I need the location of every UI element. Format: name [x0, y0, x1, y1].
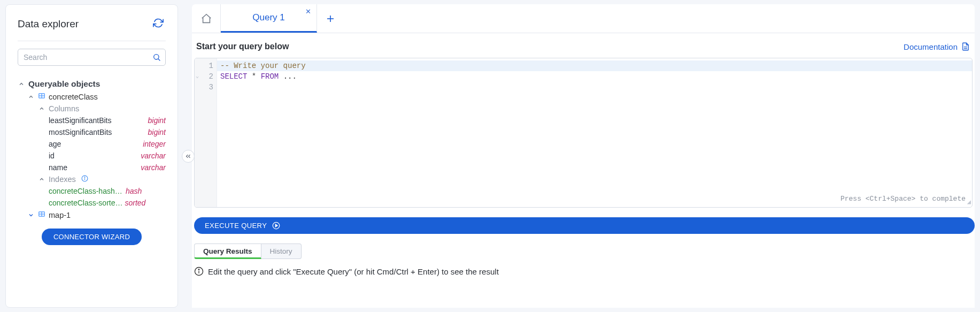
search-input-wrap[interactable] — [18, 49, 166, 66]
chevron-down-icon — [18, 81, 25, 87]
sidebar-collapse-handle[interactable] — [182, 150, 195, 163]
table-icon — [38, 92, 45, 101]
resize-handle[interactable]: ◢ — [967, 198, 971, 206]
queryable-objects-node[interactable]: Queryable objects — [18, 78, 166, 90]
document-icon — [961, 42, 970, 51]
queryable-objects-label: Queryable objects — [28, 79, 100, 89]
columns-label: Columns — [49, 104, 79, 113]
refresh-icon — [153, 18, 164, 28]
columns-node[interactable]: Columns — [18, 103, 166, 115]
play-icon — [272, 222, 280, 230]
tab-label: Query 1 — [252, 12, 284, 23]
info-icon[interactable] — [81, 175, 88, 184]
search-icon — [152, 53, 161, 62]
query-header: Start your query below — [196, 42, 289, 51]
results-placeholder: Edit the query and click "Execute Query"… — [194, 267, 975, 276]
home-tab[interactable] — [192, 4, 221, 33]
connector-wizard-button[interactable]: CONNECTOR WIZARD — [42, 229, 142, 245]
home-icon — [200, 13, 212, 25]
chevron-down-icon — [27, 94, 35, 100]
editor-hint: Press <Ctrl+Space> to complete — [840, 195, 966, 203]
svg-line-1 — [158, 59, 160, 60]
chevron-down-icon — [38, 176, 45, 182]
fold-icon[interactable]: ⌄ — [196, 71, 199, 82]
svg-point-19 — [198, 269, 199, 270]
svg-point-7 — [84, 177, 85, 178]
object-node-concreteClass[interactable]: concreteClass — [18, 90, 166, 103]
index-row[interactable]: concreteClass-hash, n…hash — [18, 185, 166, 197]
chevron-down-icon — [38, 105, 45, 112]
refresh-button[interactable] — [151, 16, 166, 32]
object-tree: Queryable objects concreteClass Columns … — [18, 78, 166, 221]
code-editor[interactable]: 1 ⌄2 3 -- Write your query SELECT * FROM… — [194, 58, 973, 208]
editor-gutter: 1 ⌄2 3 — [195, 58, 217, 207]
object-name: map-1 — [49, 211, 71, 219]
tab-query-results[interactable]: Query Results — [194, 243, 261, 259]
column-row[interactable]: ageinteger — [18, 138, 166, 150]
add-tab-button[interactable] — [317, 4, 344, 33]
documentation-link[interactable]: Documentation — [904, 42, 970, 51]
execute-query-button[interactable]: EXECUTE QUERY — [194, 217, 975, 234]
index-row[interactable]: concreteClass-sorte…sorted — [18, 197, 166, 209]
column-row[interactable]: mostSignificantBitsbigint — [18, 126, 166, 138]
data-explorer-sidebar: Data explorer Queryable objects — [5, 4, 178, 308]
object-name: concreteClass — [49, 93, 98, 101]
info-icon — [194, 267, 204, 276]
svg-marker-16 — [275, 224, 277, 227]
chevron-right-icon — [27, 212, 35, 218]
table-icon — [38, 210, 45, 219]
code-area[interactable]: -- Write your query SELECT * FROM ... — [217, 58, 972, 207]
tab-history[interactable]: History — [261, 243, 302, 259]
chevron-left-double-icon — [184, 153, 192, 160]
indexes-node[interactable]: Indexes — [18, 173, 166, 185]
tab-bar: Query 1 ✕ — [192, 4, 975, 33]
plus-icon — [326, 14, 335, 24]
column-row[interactable]: leastSignificantBitsbigint — [18, 115, 166, 126]
object-node-map-1[interactable]: map-1 — [18, 209, 166, 221]
close-icon[interactable]: ✕ — [305, 7, 311, 16]
column-row[interactable]: idvarchar — [18, 150, 166, 162]
search-input[interactable] — [22, 51, 152, 63]
result-tabs: Query Results History — [194, 243, 975, 259]
main-panel: Query 1 ✕ Start your query below Documen… — [192, 4, 975, 308]
sidebar-title: Data explorer — [18, 18, 79, 30]
column-row[interactable]: namevarchar — [18, 162, 166, 173]
indexes-label: Indexes — [49, 175, 76, 184]
tab-query-1[interactable]: Query 1 ✕ — [221, 4, 317, 33]
